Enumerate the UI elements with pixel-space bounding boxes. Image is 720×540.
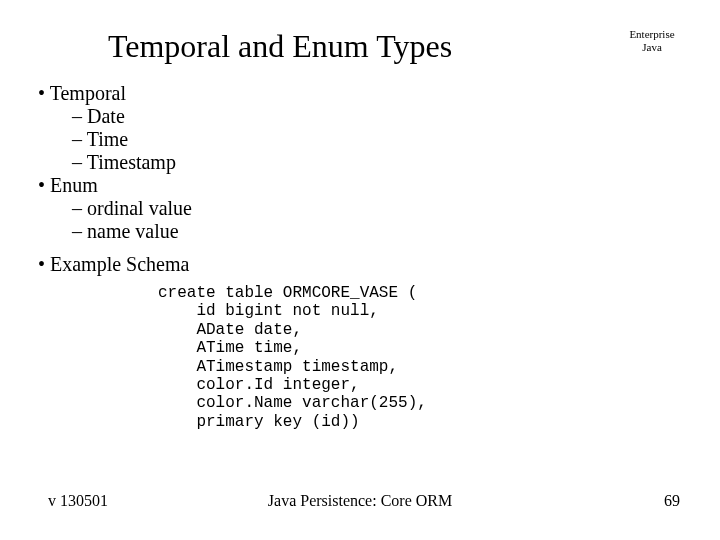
bullet-temporal: Temporal Date Time Timestamp — [38, 82, 682, 174]
temporal-sublist: Date Time Timestamp — [72, 105, 682, 174]
sub-item: ordinal value — [72, 197, 682, 220]
slide-body: Temporal Date Time Timestamp Enum ordina… — [38, 82, 682, 431]
bullet-label: Enum — [50, 174, 98, 196]
sub-item: Time — [72, 128, 682, 151]
corner-line2: Java — [612, 41, 692, 54]
sub-item: Date — [72, 105, 682, 128]
enum-sublist: ordinal value name value — [72, 197, 682, 243]
bullet-enum: Enum ordinal value name value — [38, 174, 682, 243]
bullet-label: Temporal — [50, 82, 126, 104]
sub-item: Timestamp — [72, 151, 682, 174]
code-block: create table ORMCORE_VASE ( id bigint no… — [158, 284, 682, 431]
footer-page-number: 69 — [664, 492, 680, 510]
slide: Temporal and Enum Types Enterprise Java … — [0, 0, 720, 540]
spacer — [38, 243, 682, 253]
corner-label: Enterprise Java — [612, 28, 692, 53]
example-list: Example Schema — [38, 253, 682, 276]
bullet-example-schema: Example Schema — [38, 253, 682, 276]
sub-item: name value — [72, 220, 682, 243]
slide-title: Temporal and Enum Types — [0, 28, 560, 65]
top-list: Temporal Date Time Timestamp Enum ordina… — [38, 82, 682, 243]
bullet-label: Example Schema — [50, 253, 189, 275]
corner-line1: Enterprise — [612, 28, 692, 41]
footer-title: Java Persistence: Core ORM — [0, 492, 720, 510]
